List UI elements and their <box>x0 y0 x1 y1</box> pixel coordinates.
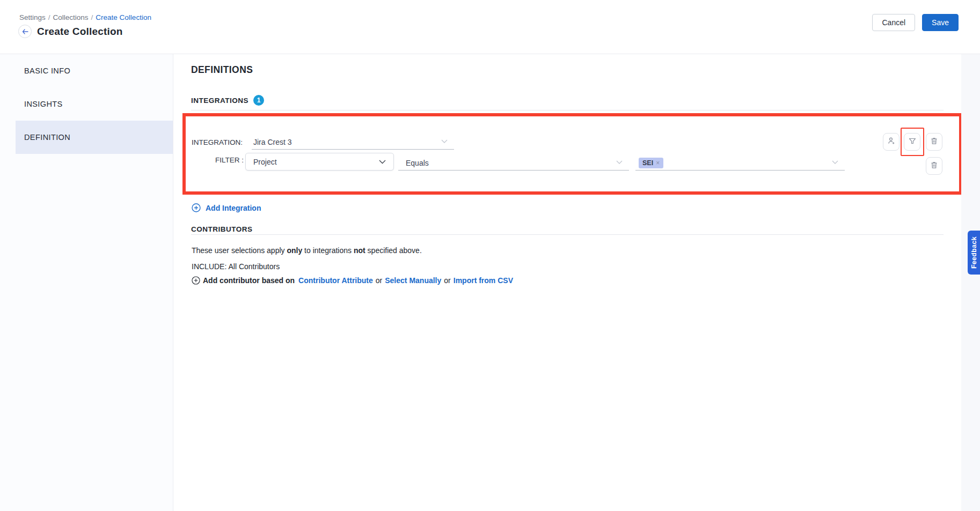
chip-label: SEI <box>642 159 653 167</box>
note-bold-not: not <box>354 246 365 255</box>
cancel-button[interactable]: Cancel <box>872 14 915 31</box>
chevron-down-icon <box>441 139 448 143</box>
sidebar-item-definition[interactable]: DEFINITION <box>16 121 173 154</box>
add-contributor-row: Add contributor based on Contributor Att… <box>192 276 513 285</box>
filter-value-chip: SEI × <box>639 158 663 168</box>
contributors-note: These user selections apply only to inte… <box>192 246 422 255</box>
or-text: or <box>376 276 382 285</box>
header-actions: Cancel Save <box>872 14 959 31</box>
integration-label: INTEGRATION: <box>192 138 245 146</box>
sidebar-item-insights[interactable]: INSIGHTS <box>0 87 173 121</box>
filter-label: FILTER : <box>192 156 244 164</box>
filter-field-value: Project <box>253 158 277 166</box>
divider <box>191 234 944 235</box>
add-contributor-prefix: Add contributor based on <box>203 276 295 285</box>
note-text: to integrations <box>302 246 354 255</box>
create-collection-page: Settings/Collections/Create Collection C… <box>0 0 980 511</box>
breadcrumb-current[interactable]: Create Collection <box>96 13 151 21</box>
divider <box>191 110 944 110</box>
delete-filter-button[interactable] <box>926 157 942 175</box>
chevron-down-icon <box>832 160 838 164</box>
plus-circle-icon <box>192 276 200 285</box>
definitions-title: DEFINITIONS <box>191 64 253 76</box>
trash-icon <box>930 161 938 171</box>
breadcrumb-separator: / <box>48 13 50 21</box>
filter-icon <box>908 137 917 147</box>
integrations-heading-row: INTEGRATIONS 1 <box>191 95 264 106</box>
include-contributors-line: INCLUDE: All Contributors <box>192 262 280 271</box>
filter-operator-value: Equals <box>398 159 429 167</box>
chip-remove-icon[interactable]: × <box>656 159 660 167</box>
add-user-icon <box>887 137 896 147</box>
integration-select[interactable]: Jira Crest 3 <box>252 135 454 150</box>
settings-sidebar: BASIC INFO INSIGHTS DEFINITION <box>0 54 173 511</box>
integrations-heading: INTEGRATIONS <box>191 97 248 105</box>
breadcrumb: Settings/Collections/Create Collection <box>19 13 151 21</box>
back-button[interactable] <box>18 25 32 38</box>
breadcrumb-separator: / <box>91 13 93 21</box>
contributors-heading: CONTRIBUTORS <box>191 225 253 233</box>
feedback-tab-label: Feedback <box>970 236 978 269</box>
filter-button[interactable] <box>904 133 920 151</box>
plus-circle-icon <box>192 203 201 212</box>
note-bold-only: only <box>287 246 302 255</box>
delete-integration-button[interactable] <box>926 133 942 151</box>
note-text: These user selections apply <box>192 246 287 255</box>
sidebar-item-basic-info[interactable]: BASIC INFO <box>0 54 173 87</box>
add-integration-label: Add Integration <box>206 204 261 212</box>
filter-values-select[interactable]: SEI × <box>635 155 845 171</box>
chevron-down-icon <box>616 160 623 164</box>
feedback-tab[interactable]: Feedback <box>968 231 980 275</box>
page-header: Settings/Collections/Create Collection C… <box>0 0 980 54</box>
add-user-button[interactable] <box>883 133 899 151</box>
title-row: Create Collection <box>18 25 123 38</box>
page-gutter <box>961 54 980 511</box>
definition-panel: DEFINITIONS INTEGRATIONS 1 INTEGRATION: … <box>174 54 980 511</box>
or-text: or <box>444 276 450 285</box>
import-from-csv-link[interactable]: Import from CSV <box>454 276 513 285</box>
note-text: specified above. <box>365 246 422 255</box>
breadcrumb-collections[interactable]: Collections <box>53 13 89 21</box>
arrow-left-icon <box>22 29 28 34</box>
filter-operator-select[interactable]: Equals <box>398 155 629 171</box>
integration-select-value: Jira Crest 3 <box>252 138 292 146</box>
add-integration-button[interactable]: Add Integration <box>192 203 261 212</box>
chevron-down-icon <box>379 160 386 164</box>
annotation-highlight-box: INTEGRATION: Jira Crest 3 FILTER : Proje… <box>182 113 962 195</box>
select-manually-link[interactable]: Select Manually <box>385 276 441 285</box>
contributor-attribute-link[interactable]: Contributor Attribute <box>298 276 373 285</box>
filter-field-select[interactable]: Project <box>245 153 394 171</box>
save-button[interactable]: Save <box>922 14 959 31</box>
integration-card: INTEGRATION: Jira Crest 3 FILTER : Proje… <box>186 116 959 191</box>
integrations-count-badge: 1 <box>253 95 264 106</box>
page-title: Create Collection <box>37 26 123 38</box>
breadcrumb-settings[interactable]: Settings <box>19 13 46 21</box>
trash-icon <box>930 137 938 147</box>
